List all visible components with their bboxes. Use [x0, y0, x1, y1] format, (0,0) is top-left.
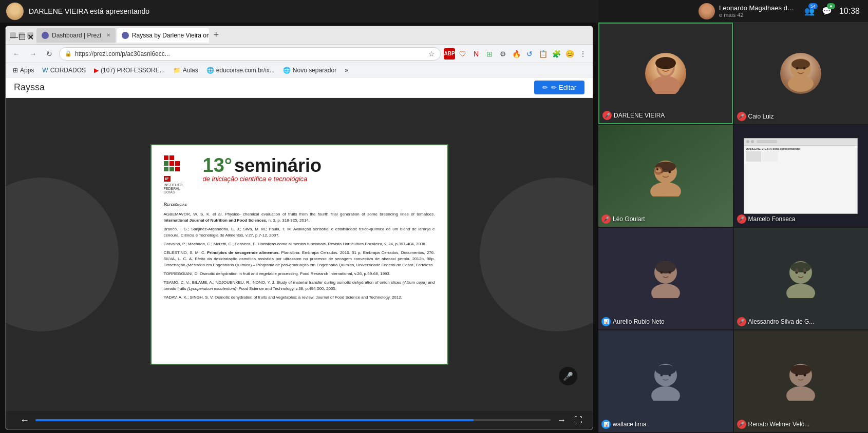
mic-indicator: 🎤 [559, 367, 577, 385]
renato-name-badge: 🎤 Renato Welmer Velô... [737, 420, 810, 429]
tab-dashboard[interactable]: Dashboard | Prezi ✕ [36, 28, 116, 43]
tab-label-2: Rayssa by Darlene Vieira on Pre... [132, 32, 209, 39]
renato-name: Renato Welmer Velô... [748, 421, 810, 428]
prezi-content: Rayssa ✏ ✏ Editar [6, 77, 593, 429]
participant-tile-leo: 🎤 Léo Goulart [598, 125, 733, 227]
participant-tile-marcelo: DARLENE VIEIRA está apresentando 🎤 Marce… [734, 125, 869, 227]
participant-tile-aurelio: 📊 Aurelio Rubio Neto [598, 228, 733, 329]
instituto-logo: IF INSTITUTO FEDERAL GOIÁS [164, 155, 195, 194]
bookmark-educonse[interactable]: 🌐 educonse.com.br/ix... [203, 66, 278, 75]
abp-icon[interactable]: ABP [444, 48, 455, 60]
leo-name-badge: 🎤 Léo Goulart [601, 214, 645, 224]
extension-icon-1[interactable]: 🛡 [457, 48, 468, 60]
bookmark-cordados[interactable]: W CORDADOS [39, 66, 89, 75]
bookmark-novo-separador[interactable]: 🌐 Novo separador [280, 66, 339, 75]
tab-label-1: Dashboard | Prezi [52, 32, 101, 39]
tab-favicon-1 [42, 32, 49, 39]
svg-point-16 [650, 182, 681, 196]
extension-icon-6[interactable]: ↺ [524, 48, 535, 60]
tab-bar: Dashboard | Prezi ✕ Rayssa by Darlene Vi… [36, 28, 589, 43]
bookmark-more[interactable]: » [342, 66, 351, 75]
fullscreen-button[interactable]: ⛶ [572, 414, 584, 427]
svg-point-4 [655, 57, 676, 69]
participants-icon[interactable]: 👥 54 [804, 6, 815, 16]
ref-entry-2: Branco, I. G.; Sanjinez-Argandoña, E. J.… [164, 226, 435, 239]
address-text: https://prezi.com/p/ac30asni6ecc... [75, 50, 425, 57]
svg-point-26 [790, 262, 811, 272]
extension-icon-5[interactable]: 🔥 [511, 48, 522, 60]
extension-icon-3[interactable]: ⊞ [484, 48, 495, 60]
seminar-number: 13° [203, 155, 232, 175]
host-name: Leonardo Magalhaes de Ca... [719, 4, 796, 12]
svg-point-8 [791, 59, 810, 69]
extension-icon-8[interactable]: 🧩 [551, 48, 562, 60]
svg-rect-29 [796, 268, 798, 272]
participant-tile-wallace: 📊 wallace lima [598, 330, 733, 432]
wallace-name: wallace lima [613, 421, 646, 428]
participant-tile-darlene: 🎤 DARLENE VIEIRA [598, 23, 733, 124]
caio-avatar [780, 53, 821, 94]
more-options-icon[interactable]: ⋮ [577, 48, 589, 60]
bookmark-aulas[interactable]: 📁 Aulas [170, 66, 201, 75]
ref-entry-1: AGBEMAVOR, W. S. K. et al. Physico- chem… [164, 211, 435, 224]
svg-point-21 [655, 261, 676, 273]
svg-point-22 [660, 271, 663, 274]
presenter-status: está apresentando [90, 7, 149, 15]
tab-rayssa[interactable]: Rayssa by Darlene Vieira on Pre... ✕ [117, 28, 209, 43]
leo-avatar [598, 125, 733, 227]
new-tab-button[interactable]: + [210, 29, 222, 42]
ref-entry-5: TORREGGIANI, D. Osmotic dehydration in f… [164, 271, 435, 277]
host-subtitle: e mais 42 [719, 12, 796, 18]
close-button[interactable]: ✕ [27, 32, 33, 38]
chat-icon[interactable]: 💬 ● [822, 6, 832, 16]
bookmark-novo-label: Novo separador [293, 67, 336, 74]
leo-name: Léo Goulart [613, 215, 645, 223]
alessandro-name: Alessandro Silva de G... [748, 318, 815, 325]
bg-circle-right [480, 178, 593, 331]
slide-progress-fill [35, 419, 474, 421]
bookmark-star-icon[interactable]: ☆ [428, 50, 435, 58]
maximize-button[interactable]: ☐ [18, 32, 25, 38]
svg-point-36 [651, 386, 680, 401]
aurelio-name-badge: 📊 Aurelio Rubio Neto [601, 317, 665, 326]
marcelo-name: Marcelo Fonseca [748, 215, 796, 223]
minimize-button[interactable]: — [10, 32, 16, 38]
bookmark-apps-label: Apps [20, 67, 34, 74]
alessandro-name-badge: 🎤 Alessandro Silva de G... [737, 317, 815, 326]
next-slide-button[interactable]: → [551, 413, 572, 428]
prezi-header: Rayssa ✏ ✏ Editar [6, 77, 593, 98]
slide-header: IF INSTITUTO FEDERAL GOIÁS 13° seminário… [164, 155, 435, 194]
extension-icon-4[interactable]: ⚙ [497, 48, 508, 60]
bookmark-cordados-label: CORDADOS [50, 67, 86, 74]
slide-references: Referências AGBEMAVOR, W. S. K. et al. P… [164, 201, 435, 301]
edit-button[interactable]: ✏ ✏ Editar [534, 81, 584, 94]
ref-entry-4: CELESTINO, S. M. C. Princípios de secage… [164, 250, 435, 268]
svg-point-11 [788, 75, 814, 92]
extension-icon-9[interactable]: 😊 [564, 48, 575, 60]
renato-avatar [780, 360, 821, 403]
prev-slide-button[interactable]: ← [14, 413, 35, 428]
apps-grid-icon: ⊞ [13, 67, 18, 74]
bookmark-professore[interactable]: ▶ (107) PROFESSORE... [91, 66, 168, 75]
forward-button[interactable]: → [26, 47, 40, 61]
darlene-name: DARLENE VIEIRA [614, 112, 665, 119]
presenter-name: DARLENE VIEIRA [29, 7, 88, 15]
institute-name: INSTITUTO FEDERAL [164, 183, 195, 190]
right-icons: 👥 54 💬 ● 10:38 [804, 6, 860, 16]
prezi-title: Rayssa [14, 82, 534, 93]
extension-icon-7[interactable]: 📋 [537, 48, 549, 60]
bookmark-apps[interactable]: ⊞ Apps [10, 66, 37, 75]
wallace-speaking-icon: 📊 [601, 420, 611, 429]
alessandro-muted-icon: 🎤 [737, 317, 746, 326]
back-button[interactable]: ← [10, 47, 23, 61]
reload-button[interactable]: ↻ [43, 47, 56, 61]
leo-muted-icon: 🎤 [601, 214, 611, 224]
presenter-avatar [6, 3, 24, 20]
tab-close-1[interactable]: ✕ [106, 32, 110, 38]
svg-point-2 [651, 76, 680, 94]
edit-pencil-icon: ✏ [542, 84, 548, 91]
address-bar[interactable]: 🔒 https://prezi.com/p/ac30asni6ecc... ☆ [59, 47, 441, 61]
window-controls: — ☐ ✕ [10, 32, 33, 38]
institute-subtitle: GOIÁS [164, 190, 195, 194]
extension-icon-2[interactable]: N [470, 48, 482, 60]
